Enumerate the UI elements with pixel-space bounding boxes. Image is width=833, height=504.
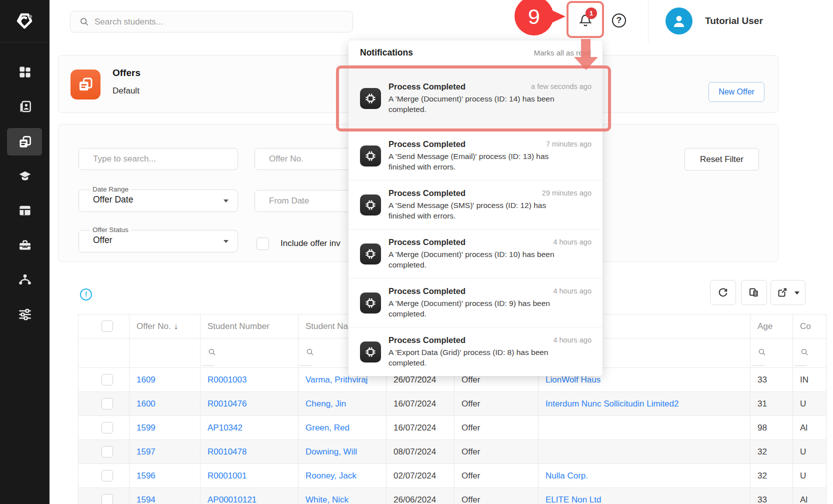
student-number-link[interactable]: AP00010121 bbox=[208, 495, 256, 504]
col-student-number[interactable]: Student Number bbox=[200, 314, 298, 338]
offer-date: 08/07/2024 bbox=[394, 447, 436, 456]
age: 33 bbox=[758, 375, 767, 384]
offer-date: 26/06/2024 bbox=[394, 495, 436, 504]
avatar[interactable] bbox=[666, 8, 692, 34]
offer-link[interactable]: 1600 bbox=[136, 399, 156, 408]
filter-search-input[interactable] bbox=[79, 148, 238, 170]
col-age[interactable]: Age bbox=[750, 314, 793, 338]
notification-time: 4 hours ago bbox=[553, 238, 592, 246]
notification-message: A 'Send Message (Email)' process (ID: 13… bbox=[388, 151, 574, 172]
notification-item[interactable]: Process Completed 4 hours ago A 'Merge (… bbox=[348, 278, 602, 328]
sidebar-item-settings[interactable] bbox=[18, 307, 32, 322]
notification-item[interactable]: Process Completed 4 hours ago A 'Export … bbox=[348, 328, 602, 376]
offer-link[interactable]: 1599 bbox=[136, 423, 156, 432]
offer-link[interactable]: 1594 bbox=[136, 495, 156, 504]
logo-icon bbox=[12, 8, 38, 34]
help-icon[interactable]: ? bbox=[612, 14, 626, 28]
notification-message: A 'Merge (Document)' process (ID: 10) ha… bbox=[388, 249, 574, 270]
date-range-select[interactable]: Date Range Offer Date bbox=[78, 190, 238, 212]
notification-item[interactable]: Process Completed 4 hours ago A 'Merge (… bbox=[348, 230, 602, 278]
annotation-arrow-head bbox=[574, 57, 598, 70]
reset-filter-button[interactable]: Reset Filter bbox=[684, 148, 759, 170]
filter-age[interactable] bbox=[750, 338, 793, 368]
offer-link[interactable]: 1597 bbox=[136, 447, 156, 456]
student-name-link[interactable]: Varma, Prithviraj bbox=[306, 375, 368, 384]
student-number-link[interactable]: R0001003 bbox=[208, 375, 246, 384]
process-icon bbox=[360, 194, 381, 216]
refresh-icon bbox=[717, 286, 729, 298]
notification-message: A 'Merge (Document)' process (ID: 9) has… bbox=[388, 298, 574, 320]
col-country[interactable]: Co bbox=[793, 314, 826, 338]
sidebar-item-layout[interactable] bbox=[18, 203, 32, 218]
offer-link[interactable]: 1609 bbox=[136, 375, 156, 384]
offer-link[interactable]: 1596 bbox=[136, 471, 156, 480]
app-logo[interactable] bbox=[0, 0, 50, 42]
company-link[interactable]: Interdum Nunc Sollicitudin Limited2 bbox=[546, 399, 678, 408]
sidebar-item-dashboard[interactable] bbox=[18, 64, 32, 80]
country: U bbox=[800, 471, 806, 480]
filter-country[interactable] bbox=[793, 338, 826, 368]
student-name-link[interactable]: Cheng, Jin bbox=[306, 399, 346, 408]
search-icon bbox=[79, 16, 90, 27]
search-icon bbox=[800, 348, 809, 356]
refresh-button[interactable] bbox=[710, 280, 736, 305]
select-all-checkbox[interactable] bbox=[102, 320, 113, 332]
offer-status: Offer bbox=[462, 495, 480, 504]
notifications-header: Notifications Marks all as read bbox=[348, 40, 602, 66]
row-checkbox[interactable] bbox=[102, 470, 113, 482]
offer-date: 16/07/2024 bbox=[394, 399, 436, 408]
user-name[interactable]: Tutorial User bbox=[705, 16, 763, 26]
student-name-link[interactable]: Downing, Will bbox=[306, 447, 357, 456]
student-number-link[interactable]: R0010478 bbox=[208, 447, 246, 456]
filter-student-number[interactable] bbox=[200, 338, 298, 368]
new-offer-button[interactable]: New Offer bbox=[708, 82, 764, 102]
student-number-link[interactable]: R0010476 bbox=[208, 399, 246, 408]
student-number-link[interactable]: AP10342 bbox=[208, 423, 242, 432]
sidebar-item-contacts[interactable] bbox=[18, 99, 32, 114]
notification-time: 4 hours ago bbox=[553, 336, 592, 344]
notification-item[interactable]: Process Completed 29 minutes ago A 'Send… bbox=[348, 180, 602, 230]
sidebar-item-offers[interactable] bbox=[18, 134, 32, 150]
company-link[interactable]: LionWolf Haus bbox=[546, 375, 600, 384]
include-offer-label: Include offer inv bbox=[280, 238, 340, 248]
process-icon bbox=[360, 146, 381, 166]
row-checkbox[interactable] bbox=[102, 398, 113, 410]
export-icon bbox=[776, 286, 788, 298]
country: U bbox=[800, 399, 806, 408]
offer-status: Offer bbox=[462, 447, 480, 456]
offer-date: 16/07/2024 bbox=[394, 423, 436, 432]
sidebar-item-toolbox[interactable] bbox=[18, 238, 32, 252]
company-link[interactable]: Nulla Corp. bbox=[546, 471, 588, 480]
column-chooser-button[interactable] bbox=[741, 280, 767, 305]
country: Al bbox=[800, 495, 808, 504]
row-checkbox[interactable] bbox=[102, 494, 113, 504]
row-checkbox[interactable] bbox=[102, 422, 113, 434]
country: IN bbox=[800, 375, 808, 384]
notification-item[interactable]: Process Completed 7 minutes ago A 'Send … bbox=[348, 132, 602, 180]
row-checkbox[interactable] bbox=[102, 446, 113, 458]
sidebar-item-education[interactable] bbox=[18, 168, 32, 184]
search-icon bbox=[208, 348, 216, 356]
info-icon[interactable]: ! bbox=[80, 288, 92, 300]
topbar: 1 ? Tutorial User bbox=[50, 0, 833, 42]
search-icon bbox=[306, 348, 314, 356]
company-link[interactable]: ELITE Non Ltd bbox=[546, 495, 602, 504]
row-checkbox[interactable] bbox=[102, 374, 113, 386]
age: 33 bbox=[758, 495, 767, 504]
annotation-notification-highlight bbox=[336, 66, 611, 132]
age: 98 bbox=[758, 423, 767, 432]
sidebar-item-relationships[interactable] bbox=[18, 272, 32, 287]
search-students-input[interactable] bbox=[94, 12, 344, 32]
annotation-bell-highlight bbox=[566, 1, 604, 38]
student-name-link[interactable]: White, Nick bbox=[306, 495, 348, 504]
export-button[interactable] bbox=[770, 280, 806, 305]
student-search bbox=[70, 11, 353, 32]
annotation-arrow bbox=[581, 39, 590, 58]
student-number-link[interactable]: R0001001 bbox=[208, 471, 246, 480]
include-offer-checkbox[interactable] bbox=[256, 238, 269, 250]
age: 32 bbox=[758, 447, 767, 456]
student-name-link[interactable]: Rooney, Jack bbox=[306, 471, 356, 480]
offer-status-select[interactable]: Offer Status Offer bbox=[78, 230, 238, 252]
col-offer-no[interactable]: Offer No.↓ bbox=[130, 314, 200, 338]
student-name-link[interactable]: Green, Red bbox=[306, 423, 350, 432]
